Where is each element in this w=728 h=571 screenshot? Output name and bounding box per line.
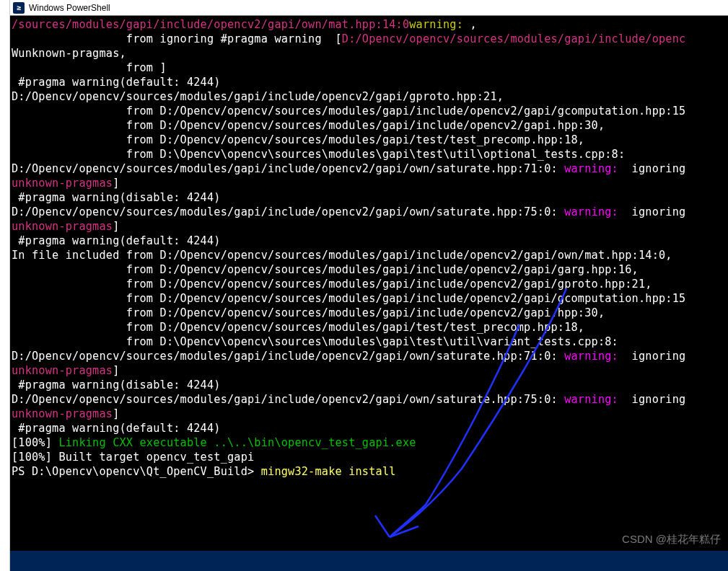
terminal-segment: ignoring xyxy=(625,162,685,175)
terminal-segment: from D:/Opencv/opencv/sources/modules/ga… xyxy=(12,105,685,118)
terminal-segment: In file included from D:/Opencv/opencv/s… xyxy=(12,249,672,262)
bottom-blue-bar xyxy=(10,551,728,571)
terminal-segment: D:/Opencv/opencv/sources/modules/gapi/in… xyxy=(12,393,564,406)
terminal-segment: [100%] xyxy=(12,436,58,449)
terminal-line: [100%] Built target opencv_test_gapi xyxy=(12,450,728,464)
terminal-line: from D:/Opencv/opencv/sources/modules/ga… xyxy=(12,306,728,320)
terminal-segment: #pragma warning(disable: 4244) xyxy=(12,191,221,204)
terminal-segment: unknown-pragmas xyxy=(12,177,113,190)
terminal-line: D:/Opencv/opencv/sources/modules/gapi/in… xyxy=(12,392,728,407)
terminal-line: D:/Opencv/opencv/sources/modules/gapi/in… xyxy=(12,89,728,104)
terminal-line: from D:/Opencv/opencv/sources/modules/ga… xyxy=(12,118,728,133)
terminal-line: #pragma warning(default: 4244) xyxy=(12,234,728,248)
terminal-segment: PS D:\Opencv\opencv\Qt_OpenCV_Build> xyxy=(12,465,261,478)
terminal-segment: D:/Opencv/opencv/sources/modules/gapi/in… xyxy=(12,90,504,103)
terminal-line: from D:/Opencv/opencv/sources/modules/ga… xyxy=(12,133,728,147)
terminal-line: #pragma warning(disable: 4244) xyxy=(12,378,728,392)
terminal-line: from D:\Opencv\opencv\sources\modules\ga… xyxy=(12,335,728,349)
terminal-line: unknown-pragmas] xyxy=(12,219,728,234)
terminal-segment: from D:\Opencv\opencv\sources\modules\ga… xyxy=(12,335,618,348)
terminal-line: from D:/Opencv/opencv/sources/modules/ga… xyxy=(12,291,728,306)
terminal-line: Wunknown-pragmas, xyxy=(12,46,728,61)
terminal-segment: mingw32-make install xyxy=(261,465,396,478)
terminal-segment: ] xyxy=(113,177,119,190)
terminal-line: from D:\Opencv\opencv\sources\modules\ga… xyxy=(12,147,728,161)
terminal-segment: , xyxy=(470,18,476,31)
terminal-segment: from D:/Opencv/opencv/sources/modules/ga… xyxy=(12,263,639,276)
terminal-segment: from D:/Opencv/opencv/sources/modules/ga… xyxy=(12,292,685,305)
terminal-line: from D:/Opencv/opencv/sources/modules/ga… xyxy=(12,320,728,335)
terminal-segment: ignoring xyxy=(625,393,685,406)
terminal-segment: unknown-pragmas xyxy=(12,220,113,233)
terminal-segment: from D:\Opencv\opencv\sources\modules\ga… xyxy=(12,148,625,161)
terminal-segment: ] xyxy=(113,220,119,233)
terminal-segment: from D:/Opencv/opencv/sources/modules/ga… xyxy=(12,278,652,291)
terminal-segment: warning: xyxy=(409,18,470,31)
window-title: Windows PowerShell xyxy=(29,3,110,13)
terminal-segment: from D:/Opencv/opencv/sources/modules/ga… xyxy=(12,133,584,146)
terminal-line: D:/Opencv/opencv/sources/modules/gapi/in… xyxy=(12,161,728,176)
terminal-line: unknown-pragmas] xyxy=(12,363,728,378)
terminal-segment: from D:/Opencv/opencv/sources/modules/ga… xyxy=(12,119,605,132)
terminal-segment: #pragma warning(default: 4244) xyxy=(12,76,221,89)
terminal-line: from ignoring #pragma warning [D:/Opencv… xyxy=(12,32,728,46)
terminal-segment: unknown-pragmas xyxy=(12,407,113,420)
terminal-segment: Linking CXX executable ..\..\bin\opencv_… xyxy=(58,436,416,449)
terminal-segment: [100%] Built target opencv_test_gapi xyxy=(12,451,254,464)
terminal-segment: from D:/Opencv/opencv/sources/modules/ga… xyxy=(12,321,584,334)
terminal-segment: unknown-pragmas xyxy=(12,364,113,377)
terminal-line: #pragma warning(default: 4244) xyxy=(12,75,728,89)
terminal-line: /sources/modules/gapi/include/opencv2/ga… xyxy=(12,17,728,32)
terminal-line: from D:/Opencv/opencv/sources/modules/ga… xyxy=(12,262,728,277)
window-titlebar[interactable]: ≥ Windows PowerShell xyxy=(10,0,728,16)
powershell-window: ≥ Windows PowerShell /sources/modules/ga… xyxy=(10,0,728,571)
terminal-line: from D:/Opencv/opencv/sources/modules/ga… xyxy=(12,104,728,118)
terminal-segment: #pragma warning(disable: 4244) xyxy=(12,379,221,391)
powershell-icon: ≥ xyxy=(13,2,25,14)
terminal-segment: warning: xyxy=(564,393,625,406)
terminal-segment: ignoring xyxy=(625,205,685,218)
terminal-line: unknown-pragmas] xyxy=(12,176,728,190)
terminal-segment: /sources/modules/gapi/include/opencv2/ga… xyxy=(12,18,409,31)
terminal-line: D:/Opencv/opencv/sources/modules/gapi/in… xyxy=(12,349,728,363)
terminal-segment: #pragma warning(default: 4244) xyxy=(12,422,221,435)
terminal-segment: Wunknown-pragmas, xyxy=(12,47,126,60)
terminal-segment: warning: xyxy=(564,205,625,218)
terminal-segment: warning: xyxy=(564,350,625,363)
terminal-segment: warning: xyxy=(564,162,625,175)
terminal-line: [100%] Linking CXX executable ..\..\bin\… xyxy=(12,435,728,450)
terminal-line: In file included from D:/Opencv/opencv/s… xyxy=(12,248,728,262)
terminal-segment: #pragma warning(default: 4244) xyxy=(12,234,221,247)
terminal-line: #pragma warning(default: 4244) xyxy=(12,421,728,435)
terminal-output[interactable]: /sources/modules/gapi/include/opencv2/ga… xyxy=(10,16,728,551)
terminal-segment: from ] xyxy=(12,61,167,74)
terminal-segment: ] xyxy=(113,407,119,420)
terminal-line: PS D:\Opencv\opencv\Qt_OpenCV_Build> min… xyxy=(12,464,728,479)
terminal-line: #pragma warning(disable: 4244) xyxy=(12,190,728,205)
terminal-segment: ignoring xyxy=(625,350,685,363)
terminal-segment: D:/Opencv/opencv/sources/modules/gapi/in… xyxy=(342,32,686,45)
terminal-line: from ] xyxy=(12,61,728,75)
terminal-line: D:/Opencv/opencv/sources/modules/gapi/in… xyxy=(12,205,728,219)
terminal-line: from D:/Opencv/opencv/sources/modules/ga… xyxy=(12,277,728,291)
terminal-segment: from D:/Opencv/opencv/sources/modules/ga… xyxy=(12,306,605,319)
terminal-line: unknown-pragmas] xyxy=(12,407,728,421)
terminal-segment: D:/Opencv/opencv/sources/modules/gapi/in… xyxy=(12,350,564,363)
terminal-segment: from ignoring #pragma warning [ xyxy=(12,32,342,45)
terminal-segment: D:/Opencv/opencv/sources/modules/gapi/in… xyxy=(12,205,564,218)
terminal-segment: ] xyxy=(113,364,119,377)
left-background-strip xyxy=(0,0,10,571)
terminal-segment: D:/Opencv/opencv/sources/modules/gapi/in… xyxy=(12,162,564,175)
